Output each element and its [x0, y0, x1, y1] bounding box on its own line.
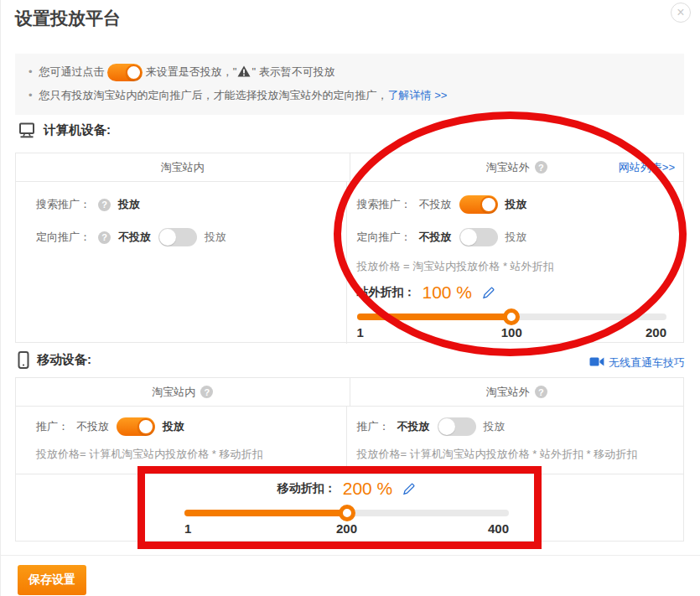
- computer-table-header: 淘宝站内 淘宝站外 ? 网站列表>>: [16, 153, 683, 182]
- edit-pencil-icon[interactable]: [402, 482, 416, 495]
- discount-label: 站外折扣：: [357, 285, 416, 300]
- mobile-section-header: 移动设备:: [18, 351, 91, 369]
- toggle-knob: [126, 65, 142, 80]
- wireless-tips-link[interactable]: 无线直通车技巧: [609, 355, 685, 371]
- close-icon[interactable]: ×: [671, 3, 691, 23]
- mobile-table-header: 淘宝站内 ? 淘宝站外 ?: [16, 378, 683, 407]
- mobile-outside-cell: 推广： 不投放 投放 投放价格= 计算机淘宝站内投放价格 * 站外折扣 * 移动…: [346, 407, 684, 474]
- warning-icon: [237, 63, 251, 85]
- header-label: 淘宝站内: [161, 160, 205, 175]
- on-label: 投放: [205, 230, 226, 245]
- help-icon[interactable]: ?: [200, 386, 213, 398]
- row-value: 投放: [118, 197, 140, 212]
- mobile-table: 淘宝站内 ? 淘宝站外 ? 推广： 不投放 投放 投放价格= 计算机淘宝站内投放…: [15, 377, 684, 542]
- computer-table: 淘宝站内 淘宝站外 ? 网站列表>> 搜索推广： ? 投放 定向推广： ? 不投…: [15, 153, 684, 343]
- notice-box: •您可通过点击 来设置是否投放，"" 表示暂不可投放 •您只有投放淘宝站内的定向…: [15, 54, 684, 115]
- header-taobao-inside: 淘宝站内 ?: [16, 378, 350, 406]
- off-label: 不投放: [419, 197, 452, 212]
- row-label: 定向推广：: [36, 230, 91, 245]
- target-promo-row: 定向推广： 不投放 投放: [357, 227, 667, 247]
- smartphone-icon: [18, 351, 29, 369]
- slider-scale: 1 200 400: [184, 521, 509, 538]
- mobile-inside-toggle[interactable]: [117, 417, 155, 436]
- slider-track[interactable]: [357, 314, 667, 320]
- bullet-icon: •: [29, 89, 33, 101]
- target-promo-toggle[interactable]: [158, 228, 197, 246]
- slider-scale: 1 100 200: [357, 325, 667, 342]
- mobile-discount-slider: 1 200 400: [184, 510, 509, 538]
- mobile-inside-cell: 推广： 不投放 投放 投放价格= 计算机淘宝站内投放价格 * 移动折扣: [16, 407, 346, 474]
- offsite-discount-slider: 1 100 200: [357, 314, 667, 342]
- computer-section-title: 计算机设备:: [44, 122, 111, 138]
- off-label: 不投放: [118, 230, 151, 245]
- computer-outside-cell: 搜索推广： 不投放 投放 定向推广： 不投放 投放 投放价格 = 淘宝站内投放价…: [346, 182, 684, 344]
- toggle-knob: [460, 229, 477, 246]
- help-icon[interactable]: ?: [535, 386, 547, 398]
- toggle-knob: [480, 196, 497, 213]
- discount-value: 100 %: [423, 282, 473, 303]
- price-formula: 投放价格 = 淘宝站内投放价格 * 站外折扣: [357, 258, 667, 275]
- slider-track[interactable]: [184, 510, 509, 516]
- price-formula: 投放价格= 计算机淘宝站内投放价格 * 站外折扣 * 移动折扣: [357, 446, 667, 463]
- search-promo-row: 搜索推广： 不投放 投放: [357, 194, 667, 215]
- slider-handle[interactable]: [339, 505, 355, 521]
- target-promo-toggle[interactable]: [459, 228, 498, 246]
- row-label: 搜索推广：: [357, 197, 412, 212]
- help-icon[interactable]: ?: [98, 199, 111, 211]
- header-taobao-outside: 淘宝站外 ?: [350, 378, 684, 406]
- save-settings-button[interactable]: 保存设置: [18, 565, 86, 595]
- price-formula: 投放价格= 计算机淘宝站内投放价格 * 移动折扣: [36, 446, 346, 463]
- notice-text: 您可通过点击: [39, 65, 105, 78]
- slider-max: 200: [646, 325, 666, 339]
- offsite-discount-line: 站外折扣： 100 %: [357, 281, 667, 304]
- dialog-footer: 保存设置: [1, 555, 700, 596]
- off-label: 不投放: [419, 230, 452, 245]
- mobile-tips: 无线直通车技巧: [589, 355, 685, 371]
- header-taobao-outside: 淘宝站外 ? 网站列表>>: [350, 153, 684, 181]
- slider-min: 1: [357, 325, 364, 339]
- header-label: 淘宝站外: [486, 160, 530, 175]
- notice-text: " 表示暂不可投放: [251, 65, 334, 78]
- edit-pencil-icon[interactable]: [482, 286, 495, 299]
- set-platform-dialog: 设置投放平台 × •您可通过点击 来设置是否投放，"" 表示暂不可投放 •您只有…: [0, 0, 700, 596]
- slider-current: 100: [501, 325, 522, 339]
- row-label: 搜索推广：: [36, 197, 91, 212]
- notice-line-1: •您可通过点击 来设置是否投放，"" 表示暂不可投放: [29, 61, 671, 85]
- toggle-knob: [159, 229, 176, 246]
- row-label: 推广：: [36, 419, 69, 434]
- promo-row: 推广： 不投放 投放: [36, 417, 346, 437]
- on-label: 投放: [506, 230, 527, 245]
- computer-inside-cell: 搜索推广： ? 投放 定向推广： ? 不投放 投放: [16, 182, 346, 344]
- search-promo-toggle[interactable]: [459, 195, 498, 214]
- discount-label: 移动折扣：: [277, 481, 336, 496]
- slider-min: 1: [184, 521, 191, 536]
- notice-text: 您只有投放淘宝站内的定向推广后，才能选择投放淘宝站外的定向推广，: [39, 89, 388, 101]
- off-label: 不投放: [397, 419, 430, 434]
- toggle-knob: [438, 418, 455, 435]
- slider-fill: [357, 314, 512, 320]
- video-icon: [589, 356, 604, 370]
- mobile-section-title: 移动设备:: [37, 352, 91, 368]
- slider-current: 200: [336, 521, 357, 536]
- toggle-example: [107, 64, 143, 81]
- slider-max: 400: [488, 521, 509, 536]
- row-label: 推广：: [357, 419, 390, 434]
- mobile-discount-row: 移动折扣： 200 % 1 200 400: [16, 474, 683, 543]
- page-title: 设置投放平台: [15, 7, 121, 30]
- discount-value: 200 %: [343, 479, 393, 499]
- slider-handle[interactable]: [503, 308, 520, 325]
- target-promo-row: 定向推广： ? 不投放 投放: [36, 227, 346, 247]
- header-label: 淘宝站内: [152, 385, 195, 400]
- computer-section-header: 计算机设备:: [18, 122, 111, 138]
- promo-row: 推广： 不投放 投放: [357, 417, 667, 437]
- bullet-icon: •: [29, 65, 33, 78]
- site-list-link[interactable]: 网站列表>>: [619, 153, 675, 181]
- help-icon[interactable]: ?: [535, 161, 547, 174]
- slider-fill: [184, 510, 347, 516]
- on-label: 投放: [506, 197, 527, 212]
- search-promo-row: 搜索推广： ? 投放: [36, 194, 346, 215]
- mobile-outside-toggle[interactable]: [438, 417, 476, 436]
- learn-more-link[interactable]: 了解详情 >>: [388, 89, 448, 101]
- notice-line-2: •您只有投放淘宝站内的定向推广后，才能选择投放淘宝站外的定向推广，了解详情 >>: [29, 85, 671, 106]
- help-icon[interactable]: ?: [98, 231, 111, 244]
